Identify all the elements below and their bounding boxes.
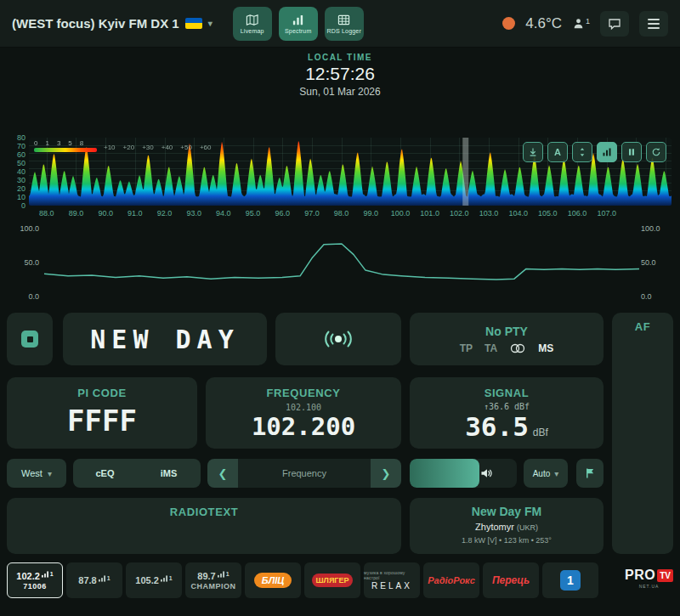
mode-select[interactable]: Auto ▾	[524, 459, 568, 488]
eq-toggle[interactable]: cEQ	[73, 468, 137, 478]
menu-button[interactable]	[639, 11, 668, 37]
server-title-dropdown[interactable]: (WEST focus) Kyiv FM DX 1 ▾	[12, 16, 212, 31]
x-tick: 96.0	[275, 209, 290, 218]
rds-logger-button[interactable]: RDS Logger	[325, 7, 364, 41]
local-time-block: LOCAL TIME 12:57:26 Sun, 01 Mar 2026	[0, 53, 680, 98]
pi-code-value: FFFF	[7, 404, 197, 438]
x-tick: 99.0	[364, 209, 379, 218]
top-bar-right: 4.6°C 1	[502, 11, 668, 37]
spectrum-x-axis: 88.089.090.091.092.093.094.095.096.097.0…	[29, 209, 672, 221]
pause-button[interactable]	[621, 142, 642, 162]
relax-logo: RELAX	[371, 581, 412, 591]
hamburger-icon	[648, 19, 660, 29]
legend-tick: 8	[80, 139, 83, 147]
pty-panel: No PTY TP TA MS	[410, 313, 604, 365]
person-icon	[572, 17, 585, 30]
volume-fill	[410, 459, 479, 488]
shlyager-logo: ШЛЯГЕР	[312, 574, 354, 587]
y-tick: 70	[7, 142, 26, 150]
eq-ims-group: cEQ iMS	[73, 459, 201, 488]
legend-gradient-bar	[34, 148, 97, 152]
broadcast-toggle-button[interactable]	[275, 313, 401, 365]
station-country: (UKR)	[517, 523, 538, 532]
x-tick: 98.0	[334, 209, 349, 218]
antenna-select[interactable]: West ▾	[7, 459, 66, 488]
legend-db: +60	[200, 144, 212, 151]
autoscale-button[interactable]: A	[547, 142, 568, 162]
ims-toggle[interactable]: iMS	[137, 468, 201, 478]
resize-button[interactable]	[572, 142, 592, 162]
signal-bars-icon	[42, 571, 48, 578]
station-name: New Day FM	[410, 505, 604, 518]
weather-sun-icon	[502, 17, 515, 30]
stereo-icon	[509, 343, 526, 353]
listeners-count: 1	[586, 17, 590, 25]
livemap-button[interactable]: Livemap	[233, 7, 272, 41]
preset-tile-blic[interactable]: БЛІЦ	[245, 562, 301, 598]
temperature-readout: 4.6°C	[525, 15, 562, 32]
spectrum-mode-button[interactable]	[597, 142, 617, 162]
signal-bars-icon	[218, 571, 224, 578]
ukraine-flag-icon	[185, 18, 202, 29]
volume-slider[interactable]	[410, 459, 517, 488]
autoscale-label: A	[554, 147, 561, 157]
preset-tile-shlyager[interactable]: ШЛЯГЕР	[304, 562, 360, 598]
stepper-mode-label: Frequency	[238, 459, 371, 488]
refresh-button[interactable]	[646, 142, 666, 162]
chevron-down-icon: ▾	[208, 19, 212, 28]
spectrum-button[interactable]: Spectrum	[279, 7, 318, 41]
protv-watermark: PRO TV NET.UA	[625, 568, 673, 589]
preset-tile-radio-roks[interactable]: РадіоРокс	[423, 562, 479, 598]
preset-tile-ua1[interactable]: 1	[542, 562, 598, 598]
pi-code-card: PI CODE FFFF	[7, 377, 197, 449]
y-tick: 40	[7, 167, 26, 176]
ps-name: NEW DAY	[90, 325, 239, 354]
preset-tile-perets[interactable]: Перець	[483, 562, 539, 598]
bookmark-flag-button[interactable]	[576, 459, 604, 488]
frequency-down-button[interactable]: ❮	[207, 459, 238, 488]
station-city: Zhytomyr	[475, 522, 514, 532]
legend-db: +30	[142, 144, 154, 151]
preset-tile[interactable]: 105.2 1	[126, 562, 182, 598]
legend-db: +20	[123, 144, 135, 151]
mode-value: Auto	[533, 469, 551, 478]
legend-db: +50	[180, 144, 192, 151]
chat-button[interactable]	[600, 11, 629, 37]
local-date-value: Sun, 01 Mar 2026	[0, 86, 680, 98]
ps-name-panel: NEW DAY	[63, 313, 267, 365]
legend-tick: 5	[68, 139, 71, 147]
pi-code-label: PI CODE	[7, 387, 197, 399]
preset-tile[interactable]: 89.7 1 CHAMPION	[185, 562, 241, 598]
frequency-up-button[interactable]: ❯	[371, 459, 401, 488]
radio-roks-logo: РадіоРокс	[428, 575, 475, 585]
history-label-left-min: 0.0	[8, 292, 39, 301]
y-tick: 0	[7, 201, 26, 210]
chevron-down-icon: ▾	[48, 469, 52, 478]
signal-history-graph: 100.0 50.0 0.0 100.0 50.0 0.0	[7, 224, 673, 302]
local-time-label: LOCAL TIME	[0, 53, 680, 62]
x-tick: 90.0	[98, 209, 113, 218]
preset-tile-relax[interactable]: музика в хорошому настрої RELAX	[364, 562, 420, 598]
history-label-right-mid: 50.0	[641, 258, 672, 267]
brand-pro: PRO	[625, 568, 655, 583]
y-tick: 50	[7, 159, 26, 167]
signal-bars-icon	[161, 575, 167, 582]
livemap-label: Livemap	[241, 28, 264, 34]
speaker-icon	[480, 468, 493, 479]
frequency-card: FREQUENCY 102.100 102.200	[206, 377, 401, 449]
scale-down-button[interactable]	[523, 142, 543, 162]
radiotext-panel: RADIOTEXT	[7, 498, 401, 554]
preset-tile[interactable]: 102.2 1 71006	[7, 562, 63, 598]
ms-flag: MS	[538, 342, 553, 354]
history-canvas	[44, 226, 639, 297]
fm-dx-webserver-app: (WEST focus) Kyiv FM DX 1 ▾ Livemap Spec…	[0, 0, 680, 616]
x-tick: 92.0	[157, 209, 173, 218]
stop-button[interactable]	[7, 313, 53, 365]
station-details: 1.8 kW [V] • 123 km • 253°	[410, 536, 604, 545]
preset-tile[interactable]: 87.8 1	[66, 562, 122, 598]
y-tick: 80	[7, 133, 26, 142]
spectrum-legend: 0 1 3 5 8 +10 +20 +30 +40 +50 +60	[34, 139, 211, 152]
signal-bars-icon	[99, 575, 105, 582]
x-tick: 91.0	[128, 209, 143, 218]
antenna-value: West	[21, 468, 42, 478]
